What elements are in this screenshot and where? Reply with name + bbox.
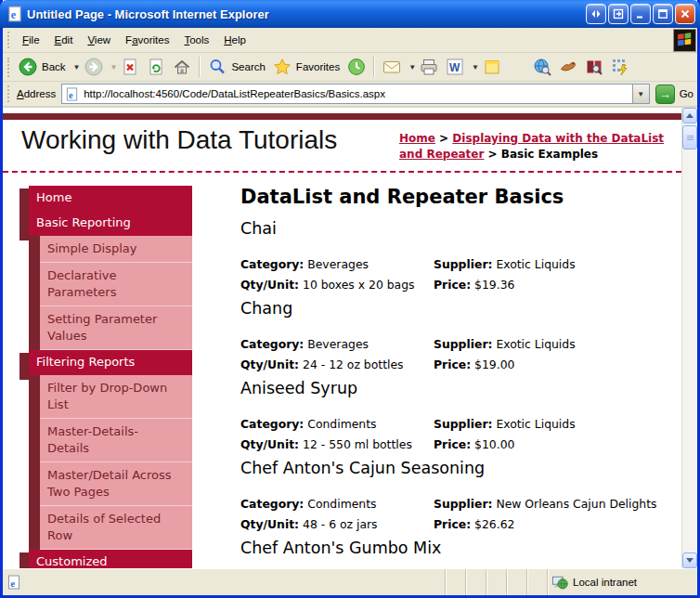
sidebar-item-label: Home: [36, 190, 185, 205]
toolbar-grip[interactable]: [7, 58, 12, 77]
menu-file[interactable]: File: [15, 30, 47, 50]
resize-grip[interactable]: [682, 569, 697, 595]
history-button[interactable]: [344, 55, 369, 79]
address-input[interactable]: e http://localhost:4560/Code/DataListRep…: [61, 84, 649, 104]
svg-text:e: e: [11, 8, 17, 21]
scrollbar-thumb[interactable]: [682, 125, 697, 150]
product-detail-row: Category: CondimentsSupplier: New Orlean…: [240, 497, 672, 511]
search-button[interactable]: Search: [204, 55, 268, 79]
edit-word-button[interactable]: W: [442, 55, 468, 79]
ie-page-icon: e: [6, 575, 21, 590]
pop-out-button[interactable]: [608, 4, 629, 24]
mail-icon: [382, 58, 401, 76]
sidebar-item-label: Master/Detail Across: [47, 467, 185, 484]
mail-button[interactable]: [379, 55, 405, 79]
minimize-button[interactable]: [630, 4, 651, 24]
favorites-label: Favorites: [296, 61, 340, 72]
sidebar-item-label: Simple Display: [47, 240, 185, 257]
word-icon: W: [446, 58, 464, 76]
title-bar: e Untitled Page - Microsoft Internet Exp…: [0, 0, 700, 28]
mail-dropdown-caret[interactable]: ▼: [408, 63, 416, 72]
edit-word-dropdown-caret[interactable]: ▼: [472, 63, 479, 72]
sidebar-item-filter-by-drop-down-list[interactable]: Filter by Drop-DownList: [40, 375, 192, 419]
page-title: DataList and Repeater Basics: [240, 186, 672, 208]
sidebar-item-label: Two Pages: [47, 484, 185, 500]
browser-window: e Untitled Page - Microsoft Internet Exp…: [0, 0, 700, 598]
address-dropdown-button[interactable]: ▼: [632, 84, 649, 103]
favorites-button[interactable]: Favorites: [269, 55, 344, 79]
note-icon: [483, 58, 501, 76]
sidebar-item-label: Parameters: [47, 284, 185, 301]
product-name: Chang: [240, 299, 672, 318]
refresh-button[interactable]: [143, 55, 169, 79]
sidebar-item-home[interactable]: Home: [29, 186, 192, 211]
toolbar-grip[interactable]: [7, 85, 12, 102]
product-item: Aniseed SyrupCategory: CondimentsSupplie…: [240, 379, 672, 451]
up-arrow-icon: [686, 113, 694, 118]
sidebar-item-details-of-selected-row[interactable]: Details of SelectedRow: [40, 506, 192, 550]
status-pane: [526, 569, 547, 595]
favorites-icon: [273, 58, 292, 76]
product-field: Price: $26.62: [434, 517, 514, 531]
sidebar-item-label: Details of Selected: [47, 511, 185, 527]
print-button[interactable]: [416, 55, 442, 79]
stop-button[interactable]: [117, 55, 143, 79]
sidebar-item-declarative-parameters[interactable]: DeclarativeParameters: [40, 263, 192, 306]
research-button[interactable]: [555, 55, 581, 79]
product-field: Category: Beverages: [240, 257, 434, 271]
product-detail-row: Category: BeveragesSupplier: Exotic Liqu…: [240, 337, 672, 351]
messenger-button[interactable]: [607, 55, 633, 79]
breadcrumb-link[interactable]: Home: [399, 132, 435, 145]
menu-tools[interactable]: Tools: [176, 30, 216, 50]
sidebar-item-filtering-reports[interactable]: Filtering Reports: [29, 350, 192, 375]
browser-viewport: Working with Data Tutorials Home > Displ…: [3, 108, 697, 568]
discuss-button[interactable]: [479, 55, 505, 79]
go-button[interactable]: → Go: [655, 84, 694, 104]
sidebar-item-simple-display[interactable]: Simple Display: [40, 236, 192, 263]
sidebar-item-setting-parameter-values[interactable]: Setting ParameterValues: [40, 306, 192, 350]
product-list: ChaiCategory: BeveragesSupplier: Exotic …: [240, 219, 672, 558]
product-detail-row: Qty/Unit: 10 boxes x 20 bagsPrice: $19.3…: [240, 278, 672, 292]
toolbar-grip[interactable]: [7, 32, 12, 48]
reference-books-button[interactable]: [581, 55, 607, 79]
scroll-up-button[interactable]: [682, 108, 697, 124]
menu-bar: FileEditViewFavoritesToolsHelp: [3, 28, 697, 53]
sidebar-item-label: Details: [47, 440, 185, 457]
product-field: Category: Condiments: [240, 417, 434, 431]
product-field: Supplier: Exotic Liquids: [434, 417, 576, 431]
menu-edit[interactable]: Edit: [47, 30, 81, 50]
split-view-button[interactable]: [586, 4, 606, 24]
go-arrow-icon[interactable]: →: [655, 84, 675, 104]
menu-favorites[interactable]: Favorites: [118, 30, 176, 50]
product-item: Chef Anton's Cajun SeasoningCategory: Co…: [240, 459, 672, 531]
menu-items: FileEditViewFavoritesToolsHelp: [15, 30, 253, 50]
go-label: Go: [680, 88, 694, 99]
product-field: Price: $10.00: [434, 437, 514, 451]
forward-dropdown-caret[interactable]: ▼: [110, 63, 118, 72]
forward-button[interactable]: [81, 55, 107, 79]
sidebar-item-master-detail-across-two-pages[interactable]: Master/Detail AcrossTwo Pages: [40, 462, 192, 506]
page-body: HomeBasic ReportingSimple DisplayDeclara…: [3, 186, 681, 568]
menu-help[interactable]: Help: [216, 30, 253, 50]
sidebar-item-label: Master-Details-: [47, 423, 185, 440]
address-url[interactable]: http://localhost:4560/Code/DataListRepea…: [84, 88, 631, 99]
back-button[interactable]: Back: [15, 55, 70, 79]
browse-web-button[interactable]: [529, 55, 555, 79]
vertical-scrollbar[interactable]: [681, 108, 697, 568]
scroll-down-button[interactable]: [682, 552, 697, 568]
address-bar: Address e http://localhost:4560/Code/Dat…: [3, 82, 697, 108]
scrollbar-track[interactable]: [682, 124, 697, 552]
sidebar-item-master-details-details[interactable]: Master-Details-Details: [40, 419, 192, 462]
back-dropdown-caret[interactable]: ▼: [73, 63, 81, 72]
maximize-button[interactable]: [653, 4, 673, 24]
dashed-divider: [3, 171, 681, 173]
home-button[interactable]: [169, 55, 195, 79]
security-zone-pane: Local intranet: [547, 569, 682, 595]
menu-view[interactable]: View: [80, 30, 118, 50]
close-button[interactable]: [675, 4, 695, 24]
standard-toolbar: Back▼▼SearchFavorites▼W▼: [3, 53, 697, 82]
sidebar-item-basic-reporting[interactable]: Basic Reporting: [29, 211, 192, 236]
sidebar-item-label: Filter by Drop-Down: [47, 380, 185, 396]
sidebar-item-customized-formatting[interactable]: CustomizedFormatting: [29, 550, 192, 568]
ie-logo-icon[interactable]: e: [6, 6, 23, 22]
